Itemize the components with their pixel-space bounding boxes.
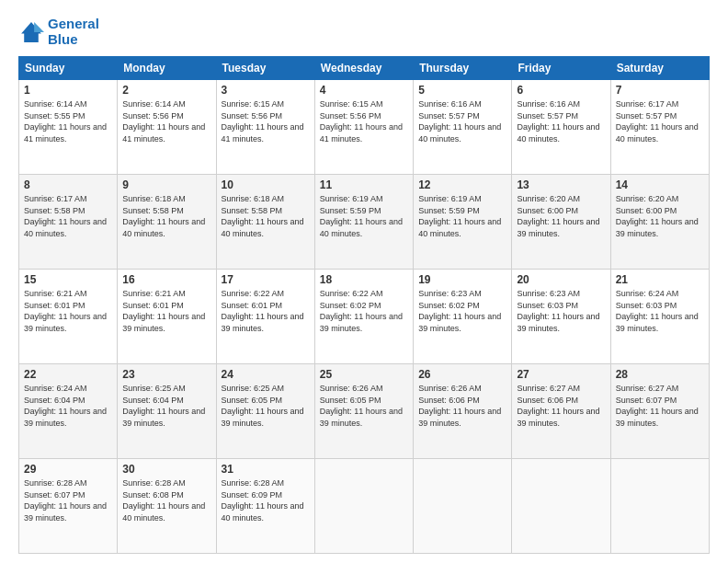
day-header-monday: Monday bbox=[118, 57, 216, 80]
cell-content: Sunrise: 6:23 AMSunset: 6:03 PMDaylight:… bbox=[517, 288, 605, 334]
calendar-cell: 24Sunrise: 6:25 AMSunset: 6:05 PMDayligh… bbox=[216, 364, 314, 459]
day-number: 5 bbox=[418, 84, 506, 97]
cell-content: Sunrise: 6:27 AMSunset: 6:07 PMDaylight:… bbox=[616, 383, 704, 429]
calendar-cell: 16Sunrise: 6:21 AMSunset: 6:01 PMDayligh… bbox=[118, 270, 216, 364]
calendar-cell: 23Sunrise: 6:25 AMSunset: 6:04 PMDayligh… bbox=[118, 364, 216, 459]
day-number: 19 bbox=[418, 273, 506, 286]
cell-content: Sunrise: 6:26 AMSunset: 6:06 PMDaylight:… bbox=[418, 383, 506, 429]
day-number: 23 bbox=[122, 368, 210, 381]
calendar-cell: 3Sunrise: 6:15 AMSunset: 5:56 PMDaylight… bbox=[216, 80, 314, 175]
calendar-week-4: 22Sunrise: 6:24 AMSunset: 6:04 PMDayligh… bbox=[19, 364, 710, 459]
calendar-cell: 31Sunrise: 6:28 AMSunset: 6:09 PMDayligh… bbox=[216, 459, 314, 554]
cell-content: Sunrise: 6:15 AMSunset: 5:56 PMDaylight:… bbox=[320, 98, 408, 144]
day-header-saturday: Saturday bbox=[610, 57, 709, 80]
calendar-cell: 17Sunrise: 6:22 AMSunset: 6:01 PMDayligh… bbox=[216, 270, 314, 364]
day-number: 25 bbox=[320, 368, 408, 381]
calendar-cell bbox=[414, 459, 512, 554]
calendar-cell: 19Sunrise: 6:23 AMSunset: 6:02 PMDayligh… bbox=[414, 270, 512, 364]
cell-content: Sunrise: 6:14 AMSunset: 5:55 PMDaylight:… bbox=[24, 98, 112, 144]
day-header-tuesday: Tuesday bbox=[216, 57, 314, 80]
cell-content: Sunrise: 6:15 AMSunset: 5:56 PMDaylight:… bbox=[222, 98, 310, 144]
cell-content: Sunrise: 6:19 AMSunset: 5:59 PMDaylight:… bbox=[418, 193, 506, 239]
cell-content: Sunrise: 6:26 AMSunset: 6:05 PMDaylight:… bbox=[320, 383, 408, 429]
calendar-cell: 13Sunrise: 6:20 AMSunset: 6:00 PMDayligh… bbox=[512, 175, 610, 270]
calendar-cell: 9Sunrise: 6:18 AMSunset: 5:58 PMDaylight… bbox=[118, 175, 216, 270]
day-number: 31 bbox=[222, 463, 310, 476]
day-number: 21 bbox=[616, 273, 704, 286]
calendar: SundayMondayTuesdayWednesdayThursdayFrid… bbox=[18, 56, 710, 554]
logo-text: General Blue bbox=[48, 17, 99, 47]
calendar-cell: 15Sunrise: 6:21 AMSunset: 6:01 PMDayligh… bbox=[19, 270, 118, 364]
day-number: 4 bbox=[320, 84, 408, 97]
day-number: 15 bbox=[24, 273, 112, 286]
day-number: 14 bbox=[616, 178, 704, 191]
logo-icon bbox=[18, 19, 44, 45]
cell-content: Sunrise: 6:28 AMSunset: 6:08 PMDaylight:… bbox=[122, 477, 210, 523]
cell-content: Sunrise: 6:17 AMSunset: 5:58 PMDaylight:… bbox=[24, 193, 112, 239]
day-number: 18 bbox=[320, 273, 408, 286]
calendar-cell: 25Sunrise: 6:26 AMSunset: 6:05 PMDayligh… bbox=[314, 364, 413, 459]
cell-content: Sunrise: 6:19 AMSunset: 5:59 PMDaylight:… bbox=[320, 193, 408, 239]
calendar-week-1: 1Sunrise: 6:14 AMSunset: 5:55 PMDaylight… bbox=[19, 80, 710, 175]
day-header-thursday: Thursday bbox=[414, 57, 512, 80]
cell-content: Sunrise: 6:28 AMSunset: 6:07 PMDaylight:… bbox=[24, 477, 112, 523]
cell-content: Sunrise: 6:25 AMSunset: 6:05 PMDaylight:… bbox=[222, 383, 310, 429]
calendar-cell: 5Sunrise: 6:16 AMSunset: 5:57 PMDaylight… bbox=[414, 80, 512, 175]
day-number: 29 bbox=[24, 463, 112, 476]
cell-content: Sunrise: 6:28 AMSunset: 6:09 PMDaylight:… bbox=[222, 477, 310, 523]
page: General Blue SundayMondayTuesdayWednesda… bbox=[0, 0, 728, 563]
day-number: 11 bbox=[320, 178, 408, 191]
day-number: 8 bbox=[24, 178, 112, 191]
calendar-cell: 30Sunrise: 6:28 AMSunset: 6:08 PMDayligh… bbox=[118, 459, 216, 554]
day-number: 13 bbox=[517, 178, 605, 191]
day-number: 10 bbox=[222, 178, 310, 191]
day-number: 22 bbox=[24, 368, 112, 381]
calendar-cell bbox=[610, 459, 709, 554]
calendar-week-5: 29Sunrise: 6:28 AMSunset: 6:07 PMDayligh… bbox=[19, 459, 710, 554]
calendar-cell: 29Sunrise: 6:28 AMSunset: 6:07 PMDayligh… bbox=[19, 459, 118, 554]
calendar-header-row: SundayMondayTuesdayWednesdayThursdayFrid… bbox=[19, 57, 710, 80]
cell-content: Sunrise: 6:18 AMSunset: 5:58 PMDaylight:… bbox=[122, 193, 210, 239]
day-number: 2 bbox=[122, 84, 210, 97]
logo: General Blue bbox=[18, 17, 99, 47]
calendar-cell: 11Sunrise: 6:19 AMSunset: 5:59 PMDayligh… bbox=[314, 175, 413, 270]
calendar-week-2: 8Sunrise: 6:17 AMSunset: 5:58 PMDaylight… bbox=[19, 175, 710, 270]
day-number: 26 bbox=[418, 368, 506, 381]
calendar-cell bbox=[314, 459, 413, 554]
day-number: 12 bbox=[418, 178, 506, 191]
cell-content: Sunrise: 6:23 AMSunset: 6:02 PMDaylight:… bbox=[418, 288, 506, 334]
cell-content: Sunrise: 6:21 AMSunset: 6:01 PMDaylight:… bbox=[122, 288, 210, 334]
cell-content: Sunrise: 6:22 AMSunset: 6:01 PMDaylight:… bbox=[222, 288, 310, 334]
header: General Blue bbox=[18, 17, 710, 47]
cell-content: Sunrise: 6:16 AMSunset: 5:57 PMDaylight:… bbox=[418, 98, 506, 144]
calendar-cell: 20Sunrise: 6:23 AMSunset: 6:03 PMDayligh… bbox=[512, 270, 610, 364]
calendar-cell: 12Sunrise: 6:19 AMSunset: 5:59 PMDayligh… bbox=[414, 175, 512, 270]
cell-content: Sunrise: 6:17 AMSunset: 5:57 PMDaylight:… bbox=[616, 98, 704, 144]
day-number: 27 bbox=[517, 368, 605, 381]
day-number: 28 bbox=[616, 368, 704, 381]
day-number: 9 bbox=[122, 178, 210, 191]
day-number: 24 bbox=[222, 368, 310, 381]
day-number: 1 bbox=[24, 84, 112, 97]
calendar-cell: 6Sunrise: 6:16 AMSunset: 5:57 PMDaylight… bbox=[512, 80, 610, 175]
day-header-friday: Friday bbox=[512, 57, 610, 80]
calendar-cell: 21Sunrise: 6:24 AMSunset: 6:03 PMDayligh… bbox=[610, 270, 709, 364]
calendar-cell: 4Sunrise: 6:15 AMSunset: 5:56 PMDaylight… bbox=[314, 80, 413, 175]
calendar-cell: 28Sunrise: 6:27 AMSunset: 6:07 PMDayligh… bbox=[610, 364, 709, 459]
cell-content: Sunrise: 6:18 AMSunset: 5:58 PMDaylight:… bbox=[222, 193, 310, 239]
day-header-sunday: Sunday bbox=[19, 57, 118, 80]
calendar-cell: 26Sunrise: 6:26 AMSunset: 6:06 PMDayligh… bbox=[414, 364, 512, 459]
calendar-body: 1Sunrise: 6:14 AMSunset: 5:55 PMDaylight… bbox=[19, 80, 710, 554]
calendar-cell: 22Sunrise: 6:24 AMSunset: 6:04 PMDayligh… bbox=[19, 364, 118, 459]
calendar-cell: 2Sunrise: 6:14 AMSunset: 5:56 PMDaylight… bbox=[118, 80, 216, 175]
day-number: 3 bbox=[222, 84, 310, 97]
calendar-cell: 27Sunrise: 6:27 AMSunset: 6:06 PMDayligh… bbox=[512, 364, 610, 459]
cell-content: Sunrise: 6:21 AMSunset: 6:01 PMDaylight:… bbox=[24, 288, 112, 334]
cell-content: Sunrise: 6:14 AMSunset: 5:56 PMDaylight:… bbox=[122, 98, 210, 144]
calendar-cell: 7Sunrise: 6:17 AMSunset: 5:57 PMDaylight… bbox=[610, 80, 709, 175]
calendar-cell: 10Sunrise: 6:18 AMSunset: 5:58 PMDayligh… bbox=[216, 175, 314, 270]
day-number: 30 bbox=[122, 463, 210, 476]
calendar-cell: 1Sunrise: 6:14 AMSunset: 5:55 PMDaylight… bbox=[19, 80, 118, 175]
cell-content: Sunrise: 6:24 AMSunset: 6:04 PMDaylight:… bbox=[24, 383, 112, 429]
day-number: 6 bbox=[517, 84, 605, 97]
